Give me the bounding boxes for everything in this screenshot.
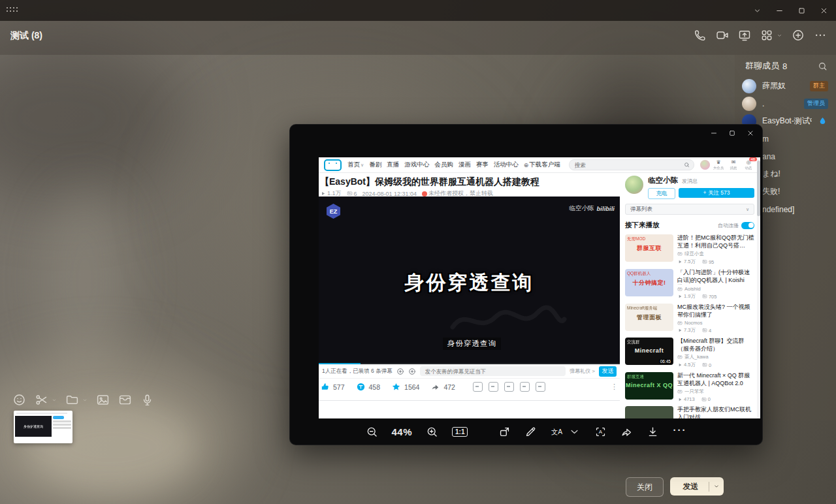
extra-action-icon[interactable] bbox=[473, 382, 483, 392]
screenshot-icon[interactable] bbox=[35, 393, 48, 407]
chevron-down-icon[interactable] bbox=[753, 7, 762, 15]
attached-image-thumbnail[interactable]: 身份穿透查询 bbox=[14, 411, 72, 443]
member-row[interactable]: 薛黑奴 群主 bbox=[735, 77, 836, 95]
related-video-title[interactable]: 【Minecraft 群聊】交流群（服务器介绍） bbox=[677, 338, 754, 353]
uploader-name[interactable]: 临空小陈 bbox=[648, 176, 678, 185]
nav-item[interactable]: ⊕ 活动中心 ∨ bbox=[494, 161, 519, 169]
related-video-title[interactable]: 手把手教家人朋友们MC联机入门对战 bbox=[677, 406, 754, 418]
nav-item[interactable]: ⊕ 首页 ∨ bbox=[347, 161, 364, 169]
related-video-card[interactable]: 交流群 Minecraft 06:45 【Minecraft 群聊】交流群（服务… bbox=[625, 338, 754, 368]
ocr-icon[interactable] bbox=[594, 426, 607, 438]
chevron-down-icon[interactable] bbox=[52, 398, 57, 403]
video-thumbnail[interactable] bbox=[625, 406, 673, 418]
user-menu-item[interactable]: ✉ 消息 bbox=[727, 160, 741, 170]
avatar[interactable] bbox=[700, 160, 710, 170]
screen-share-icon[interactable] bbox=[738, 29, 751, 42]
bili-search-box[interactable] bbox=[569, 159, 694, 170]
danmaku-toggle-icon[interactable] bbox=[396, 368, 404, 375]
follow-button[interactable]: + 关注 573 bbox=[679, 188, 754, 198]
related-video-card[interactable]: QQ群机器人 十分钟搞定! 「入门与进阶」(十分钟极速白话)的QQ机器人 | K… bbox=[625, 269, 754, 300]
voice-message-icon[interactable] bbox=[140, 393, 154, 407]
related-video-card[interactable]: 无需MOD 群服互联 进阶！把MC服和QQ群无门槛互通！利用自己QQ号搭… 绿豆… bbox=[625, 234, 754, 265]
autoplay-toggle[interactable] bbox=[741, 222, 754, 229]
add-circle-icon[interactable] bbox=[792, 29, 805, 42]
nav-item[interactable]: ⊕ 漫画 ∨ bbox=[458, 161, 471, 169]
related-uploader-name[interactable]: Nocmos bbox=[684, 320, 703, 326]
related-uploader-name[interactable]: 一只笨笨 bbox=[684, 388, 704, 395]
danmaku-settings-icon[interactable] bbox=[408, 368, 416, 375]
more-tools-icon[interactable]: ··· bbox=[673, 424, 686, 435]
extra-action-icon[interactable] bbox=[520, 382, 530, 392]
chevron-down-icon[interactable] bbox=[568, 426, 581, 438]
chevron-down-icon[interactable] bbox=[777, 33, 782, 39]
related-video-title[interactable]: 新一代 Minecraft × QQ 群服互通机器人 | AQQBot 2.0 bbox=[677, 372, 754, 387]
related-video-title[interactable]: MC服改装没头绪? 一个视频帮你们搞懂了 bbox=[677, 304, 754, 319]
danmaku-send-button[interactable]: 发送 bbox=[599, 366, 617, 377]
scrollbar-thumb[interactable] bbox=[757, 161, 760, 216]
preview-titlebar[interactable] bbox=[290, 125, 762, 142]
scrollbar[interactable] bbox=[757, 157, 760, 418]
inbox-icon[interactable] bbox=[118, 393, 132, 407]
video-player[interactable]: EZ 临空小陈 bilibili 身份穿透查询 身份穿透查询 bbox=[319, 197, 620, 363]
close-button[interactable] bbox=[820, 7, 828, 15]
close-button[interactable] bbox=[747, 129, 754, 137]
image-icon[interactable] bbox=[96, 393, 110, 407]
maximize-button[interactable] bbox=[797, 7, 806, 15]
file-icon[interactable] bbox=[65, 393, 79, 407]
related-uploader-name[interactable]: Aoishid bbox=[684, 286, 701, 292]
zoom-in-icon[interactable] bbox=[426, 426, 438, 438]
uploader-avatar[interactable] bbox=[625, 176, 643, 194]
more-icon[interactable] bbox=[814, 29, 827, 42]
message-link[interactable]: 发消息 bbox=[682, 178, 698, 185]
forward-icon[interactable] bbox=[620, 426, 633, 438]
maximize-button[interactable] bbox=[728, 129, 736, 137]
nav-item[interactable]: ⊕ 下载客户端 ∨ bbox=[524, 161, 560, 169]
related-uploader-name[interactable]: 绿豆小盒 bbox=[684, 251, 704, 257]
video-thumbnail[interactable]: 群服互通 Minecraft X QQ bbox=[625, 372, 673, 400]
coin-button[interactable]: 458 bbox=[356, 382, 381, 392]
user-menu-item[interactable]: ♛ 大会员 bbox=[712, 160, 726, 170]
video-thumbnail[interactable]: Minecraft服务端 管理面板 bbox=[625, 304, 673, 331]
like-button[interactable]: 577 bbox=[320, 382, 345, 392]
bilibili-tv-logo[interactable] bbox=[324, 159, 342, 171]
search-input[interactable] bbox=[573, 161, 681, 169]
extra-action-icon[interactable] bbox=[536, 382, 545, 392]
member-row[interactable]: . 管理员 bbox=[735, 95, 836, 112]
search-icon[interactable] bbox=[818, 61, 828, 71]
danmaku-etiquette-link[interactable]: 弹幕礼仪 > bbox=[570, 368, 595, 375]
related-video-card[interactable]: 手把手教家人朋友们MC联机入门对战 志均Hijinx 1.9万 bbox=[625, 406, 754, 418]
actual-size-button[interactable]: 1:1 bbox=[452, 427, 468, 437]
related-video-title[interactable]: 进阶！把MC服和QQ群无门槛互通！利用自己QQ号搭… bbox=[677, 234, 754, 249]
favorite-button[interactable]: 1564 bbox=[391, 382, 419, 392]
extra-action-icon[interactable] bbox=[489, 382, 498, 392]
share-button[interactable]: 472 bbox=[430, 382, 455, 392]
send-button-label[interactable]: 发送 bbox=[670, 481, 709, 492]
charge-button[interactable]: 充电 bbox=[648, 188, 675, 199]
related-uploader-name[interactable]: 茶人_kawa bbox=[684, 354, 709, 360]
nav-item[interactable]: ⊕ 会员购 ∨ bbox=[434, 161, 453, 169]
video-call-icon[interactable] bbox=[716, 29, 729, 42]
app-menu-dots-icon[interactable] bbox=[7, 7, 19, 13]
voice-call-icon[interactable] bbox=[694, 29, 707, 42]
translate-icon[interactable] bbox=[551, 426, 563, 438]
video-thumbnail[interactable]: QQ群机器人 十分钟搞定! bbox=[625, 269, 673, 296]
more-actions-icon[interactable]: ⋮ bbox=[611, 383, 619, 391]
search-icon[interactable] bbox=[684, 162, 690, 168]
nav-item[interactable]: ⊕ 赛事 ∨ bbox=[476, 161, 489, 169]
zoom-out-icon[interactable] bbox=[366, 426, 378, 438]
video-thumbnail[interactable]: 交流群 Minecraft 06:45 bbox=[625, 338, 673, 365]
related-video-card[interactable]: Minecraft服务端 管理面板 MC服改装没头绪? 一个视频帮你们搞懂了 N… bbox=[625, 304, 754, 334]
danmaku-input[interactable] bbox=[420, 366, 566, 376]
edit-icon[interactable] bbox=[524, 426, 537, 438]
extra-action-icon[interactable] bbox=[504, 382, 514, 392]
danmaku-list-dropdown[interactable]: 弹幕列表 ∨ bbox=[625, 204, 754, 215]
rotate-icon[interactable] bbox=[498, 426, 511, 438]
nav-item[interactable]: ⊕ 番剧 ∨ bbox=[369, 161, 381, 169]
chevron-down-icon[interactable] bbox=[82, 398, 88, 403]
send-button[interactable]: 发送 bbox=[670, 477, 724, 496]
download-icon[interactable] bbox=[647, 426, 659, 438]
close-dialog-button[interactable]: 关闭 bbox=[626, 477, 664, 497]
send-options-chevron-icon[interactable] bbox=[713, 483, 720, 490]
video-thumbnail[interactable]: 无需MOD 群服互联 bbox=[625, 234, 673, 262]
related-video-card[interactable]: 群服互通 Minecraft X QQ 新一代 Minecraft × QQ 群… bbox=[625, 372, 754, 402]
